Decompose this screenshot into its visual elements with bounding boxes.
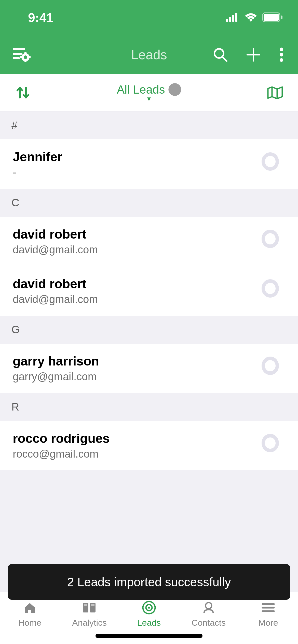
toast-message: 2 Leads imported successfully — [67, 575, 231, 589]
lead-subtext: garry@gmail.com — [13, 371, 99, 383]
tab-home[interactable]: Home — [0, 600, 60, 628]
battery-icon — [262, 12, 283, 23]
filter-label: All Leads — [117, 83, 165, 96]
lead-subtext: - — [13, 166, 62, 179]
page-title: Leads — [131, 47, 167, 62]
status-time: 9:41 — [28, 10, 53, 25]
cellular-icon — [226, 13, 239, 23]
sort-icon[interactable] — [14, 84, 32, 101]
tab-more[interactable]: More — [238, 600, 298, 628]
svg-rect-2 — [232, 15, 234, 22]
lead-row[interactable]: rocco rodriguesrocco@gmail.com — [0, 421, 298, 470]
section-header: R — [0, 393, 298, 421]
svg-rect-6 — [281, 16, 282, 19]
add-icon[interactable] — [245, 46, 262, 64]
lead-name: david robert — [13, 227, 98, 242]
search-icon[interactable] — [211, 46, 229, 64]
tab-label: Contacts — [192, 618, 226, 628]
svg-rect-1 — [229, 17, 231, 22]
section-header: # — [0, 111, 298, 139]
svg-point-20 — [280, 48, 283, 51]
lead-subtext: rocco@gmail.com — [13, 448, 110, 460]
status-icons — [226, 12, 283, 23]
svg-point-32 — [206, 603, 212, 609]
status-bar: 9:41 — [0, 0, 298, 36]
lead-row[interactable]: Jennifer- — [0, 139, 298, 189]
svg-line-17 — [222, 57, 227, 61]
tab-label: Home — [18, 618, 42, 628]
tab-icon — [141, 600, 157, 615]
tab-label: More — [258, 618, 278, 628]
tab-icon — [22, 600, 37, 615]
tab-label: Analytics — [72, 618, 107, 628]
svg-point-11 — [24, 55, 27, 59]
map-icon[interactable] — [266, 84, 284, 101]
lead-subtext: david@gmail.com — [13, 293, 98, 305]
tab-icon — [82, 600, 97, 615]
section-header: G — [0, 316, 298, 344]
tab-icon — [261, 600, 276, 615]
svg-rect-0 — [226, 19, 228, 22]
lead-row[interactable]: david robertdavid@gmail.com — [0, 217, 298, 266]
section-header: C — [0, 189, 298, 217]
tab-leads[interactable]: Leads — [119, 600, 179, 628]
svg-point-31 — [148, 607, 150, 609]
avatar-icon — [256, 227, 284, 256]
lead-name: Jennifer — [13, 150, 62, 164]
lead-row[interactable]: garry harrisongarry@gmail.com — [0, 344, 298, 393]
lead-name: garry harrison — [13, 354, 99, 369]
svg-point-21 — [280, 53, 283, 56]
svg-rect-14 — [20, 56, 22, 58]
chevron-down-icon: ▼ — [146, 95, 152, 103]
lead-name: david robert — [13, 276, 98, 291]
avatar-icon — [256, 277, 284, 305]
tab-icon — [201, 600, 216, 615]
filter-bar: All Leads ▼ — [0, 74, 298, 111]
tab-contacts[interactable]: Contacts — [179, 600, 238, 628]
lead-subtext: david@gmail.com — [13, 244, 98, 256]
wifi-icon — [245, 13, 257, 23]
svg-rect-27 — [84, 604, 87, 606]
svg-rect-15 — [29, 56, 31, 58]
toast-notification: 2 Leads imported successfully — [8, 564, 290, 600]
avatar-icon — [256, 150, 284, 178]
avatar-icon — [256, 354, 284, 383]
svg-rect-28 — [91, 604, 94, 606]
nav-header: Leads — [0, 36, 298, 74]
lead-name: rocco rodrigues — [13, 431, 110, 446]
more-vert-icon[interactable] — [278, 46, 285, 64]
tab-analytics[interactable]: Analytics — [60, 600, 119, 628]
lead-row[interactable]: david robertdavid@gmail.com — [0, 266, 298, 316]
svg-rect-3 — [235, 13, 237, 22]
settings-icon[interactable] — [13, 46, 31, 64]
filter-status-dot — [169, 83, 181, 96]
tab-label: Leads — [137, 618, 161, 628]
leads-list: #Jennifer-Cdavid robertdavid@gmail.comda… — [0, 111, 298, 592]
svg-rect-12 — [24, 52, 26, 54]
svg-point-22 — [280, 58, 283, 62]
svg-rect-5 — [264, 14, 279, 21]
svg-rect-13 — [24, 60, 26, 62]
home-indicator — [96, 634, 202, 638]
filter-dropdown[interactable]: All Leads ▼ — [117, 83, 181, 103]
avatar-icon — [256, 431, 284, 460]
